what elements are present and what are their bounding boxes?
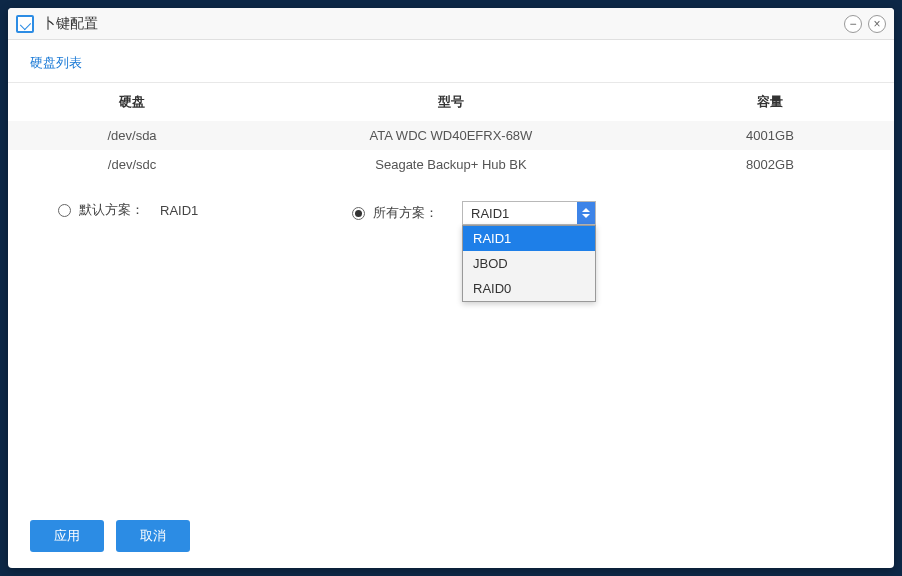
scheme-row: 默认方案： RAID1 所有方案： RAID1 RAID1 JBOD RAID0 [8,179,894,247]
default-scheme-label: 默认方案： [79,201,144,219]
header-model: 型号 [256,83,646,121]
content-area: 硬盘 型号 容量 /dev/sda ATA WDC WD40EFRX-68W 4… [8,83,894,504]
dropdown-item-raid1[interactable]: RAID1 [463,226,595,251]
cell-model: Seagate Backup+ Hub BK [256,150,646,179]
cell-capacity: 8002GB [646,150,894,179]
window-title: 卜键配置 [42,15,844,33]
default-scheme-value: RAID1 [160,203,198,218]
select-value: RAID1 [471,206,509,221]
section-header: 硬盘列表 [8,40,894,83]
header-capacity: 容量 [646,83,894,121]
close-button[interactable]: × [868,15,886,33]
dropdown-item-raid0[interactable]: RAID0 [463,276,595,301]
default-scheme-option[interactable]: 默认方案： RAID1 [58,201,352,219]
select-arrows-icon [577,202,595,224]
header-disk: 硬盘 [8,83,256,121]
cancel-button[interactable]: 取消 [116,520,190,552]
cell-disk: /dev/sda [8,121,256,150]
scheme-select-wrapper: RAID1 RAID1 JBOD RAID0 [462,201,596,225]
dropdown-item-jbod[interactable]: JBOD [463,251,595,276]
titlebar: 卜键配置 − × [8,8,894,40]
all-scheme-label: 所有方案： [373,204,438,222]
scheme-dropdown: RAID1 JBOD RAID0 [462,225,596,302]
radio-all[interactable] [352,207,365,220]
cell-capacity: 4001GB [646,121,894,150]
table-row: /dev/sda ATA WDC WD40EFRX-68W 4001GB [8,121,894,150]
scheme-select[interactable]: RAID1 [462,201,596,225]
disk-table: 硬盘 型号 容量 /dev/sda ATA WDC WD40EFRX-68W 4… [8,83,894,179]
section-title: 硬盘列表 [30,55,82,70]
table-header-row: 硬盘 型号 容量 [8,83,894,121]
all-scheme-option[interactable]: 所有方案： RAID1 RAID1 JBOD RAID0 [352,201,596,225]
window-controls: − × [844,15,886,33]
apply-button[interactable]: 应用 [30,520,104,552]
cell-disk: /dev/sdc [8,150,256,179]
table-row: /dev/sdc Seagate Backup+ Hub BK 8002GB [8,150,894,179]
cell-model: ATA WDC WD40EFRX-68W [256,121,646,150]
button-bar: 应用 取消 [8,504,894,568]
app-icon [16,15,34,33]
radio-default[interactable] [58,204,71,217]
minimize-button[interactable]: − [844,15,862,33]
config-window: 卜键配置 − × 硬盘列表 硬盘 型号 容量 /dev/sda ATA WDC … [8,8,894,568]
